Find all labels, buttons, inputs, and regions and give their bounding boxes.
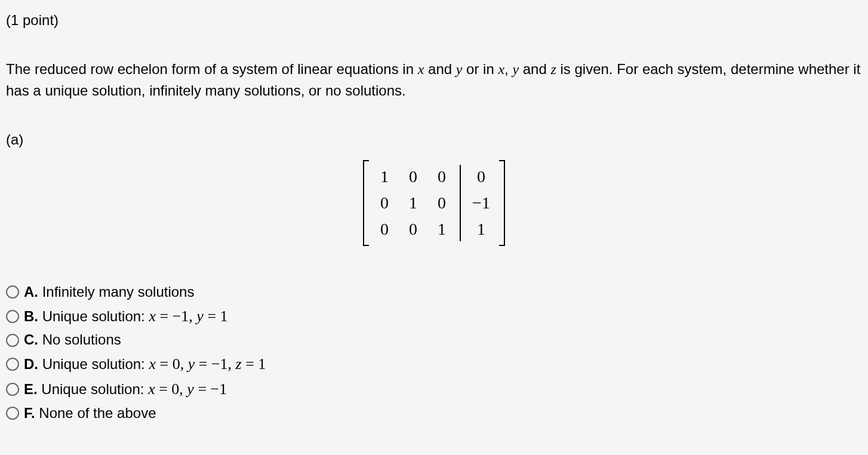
radio-d[interactable] bbox=[6, 358, 19, 371]
var-y: y bbox=[196, 308, 204, 325]
prompt-text: The reduced row echelon form of a system… bbox=[6, 61, 418, 77]
option-text: D. Unique solution: x = 0, y = −1, z = 1 bbox=[24, 353, 266, 376]
part-label: (a) bbox=[6, 131, 862, 148]
val: −1 bbox=[211, 355, 228, 373]
points-label: (1 point) bbox=[6, 12, 862, 29]
sep: , bbox=[228, 355, 236, 373]
matrix-cell: 1 bbox=[464, 216, 498, 242]
matrix-body: 1 0 0 0 1 0 0 0 1 0 −1 1 bbox=[368, 160, 500, 246]
option-text: F. None of the above bbox=[24, 403, 156, 424]
var-z: z bbox=[550, 62, 556, 77]
val: 1 bbox=[220, 308, 228, 325]
option-body: Infinitely many solutions bbox=[42, 284, 195, 300]
option-c: C. No solutions bbox=[6, 330, 862, 351]
matrix-cell: 0 bbox=[370, 216, 399, 242]
augment-separator bbox=[460, 165, 461, 241]
val: 0 bbox=[173, 355, 180, 373]
matrix-col: 0 −1 1 bbox=[464, 164, 498, 242]
matrix-cell: 0 bbox=[464, 164, 498, 190]
var-y: y bbox=[188, 355, 195, 373]
matrix-col: 0 1 0 bbox=[399, 164, 427, 242]
option-body: No solutions bbox=[42, 331, 121, 348]
bracket-left-icon bbox=[359, 160, 368, 246]
option-lead: Unique solution: bbox=[41, 381, 148, 397]
bracket-right-icon bbox=[500, 160, 509, 246]
var-x: x bbox=[418, 62, 424, 77]
matrix-cell: 0 bbox=[399, 216, 427, 242]
option-text: E. Unique solution: x = 0, y = −1 bbox=[24, 378, 227, 401]
var-x: x bbox=[149, 355, 156, 373]
prompt-text: and bbox=[424, 61, 455, 77]
radio-f[interactable] bbox=[6, 407, 19, 420]
matrix-cell: 0 bbox=[427, 190, 456, 216]
option-lead: Unique solution: bbox=[42, 308, 149, 324]
radio-e[interactable] bbox=[6, 383, 19, 396]
val: 1 bbox=[258, 355, 266, 373]
option-letter: D. bbox=[24, 356, 38, 372]
sep: , bbox=[189, 308, 196, 325]
prompt-text: and bbox=[519, 61, 550, 77]
val: 0 bbox=[171, 380, 179, 398]
radio-a[interactable] bbox=[6, 285, 19, 299]
var-y: y bbox=[512, 62, 519, 77]
option-letter: B. bbox=[24, 308, 38, 324]
radio-c[interactable] bbox=[6, 334, 19, 347]
option-body: None of the above bbox=[39, 405, 156, 421]
answer-options: A. Infinitely many solutions B. Unique s… bbox=[6, 282, 862, 423]
eq: = bbox=[242, 355, 258, 373]
prompt-text: , bbox=[504, 61, 512, 77]
option-lead: Unique solution: bbox=[42, 356, 149, 372]
var-y: y bbox=[187, 380, 194, 398]
matrix-cell: 1 bbox=[370, 164, 399, 190]
option-a: A. Infinitely many solutions bbox=[6, 282, 862, 303]
matrix-col: 1 0 0 bbox=[370, 164, 399, 242]
sep: , bbox=[179, 380, 187, 398]
radio-b[interactable] bbox=[6, 310, 19, 323]
matrix-display: 1 0 0 0 1 0 0 0 1 0 −1 1 bbox=[6, 160, 862, 246]
option-letter: E. bbox=[24, 381, 38, 397]
eq: = bbox=[156, 308, 173, 325]
question-container: (1 point) The reduced row echelon form o… bbox=[0, 0, 868, 432]
option-e: E. Unique solution: x = 0, y = −1 bbox=[6, 378, 862, 401]
eq: = bbox=[204, 308, 220, 325]
matrix-cell: 0 bbox=[427, 164, 456, 190]
option-f: F. None of the above bbox=[6, 403, 862, 424]
matrix-cell: 0 bbox=[399, 164, 427, 190]
question-prompt: The reduced row echelon form of a system… bbox=[6, 59, 862, 102]
option-b: B. Unique solution: x = −1, y = 1 bbox=[6, 305, 862, 328]
eq: = bbox=[194, 380, 211, 398]
matrix-col: 0 0 1 bbox=[427, 164, 456, 242]
option-text: C. No solutions bbox=[24, 330, 121, 351]
var-x: x bbox=[148, 380, 155, 398]
var-x: x bbox=[149, 308, 156, 325]
val: −1 bbox=[211, 380, 227, 398]
prompt-text: or in bbox=[462, 61, 498, 77]
var-x: x bbox=[498, 62, 504, 77]
matrix-cell: −1 bbox=[464, 190, 498, 216]
eq: = bbox=[156, 355, 173, 373]
val: −1 bbox=[173, 308, 189, 325]
option-text: A. Infinitely many solutions bbox=[24, 282, 194, 303]
eq: = bbox=[195, 355, 211, 373]
option-d: D. Unique solution: x = 0, y = −1, z = 1 bbox=[6, 353, 862, 376]
matrix-cell: 1 bbox=[399, 190, 427, 216]
option-text: B. Unique solution: x = −1, y = 1 bbox=[24, 305, 228, 328]
matrix-cell: 1 bbox=[427, 216, 456, 242]
option-letter: F. bbox=[24, 405, 35, 421]
matrix-cell: 0 bbox=[370, 190, 399, 216]
var-y: y bbox=[456, 62, 463, 77]
option-letter: C. bbox=[24, 331, 38, 348]
augmented-matrix: 1 0 0 0 1 0 0 0 1 0 −1 1 bbox=[359, 160, 509, 246]
eq: = bbox=[155, 380, 172, 398]
var-z: z bbox=[236, 355, 242, 373]
option-letter: A. bbox=[24, 284, 38, 300]
sep: , bbox=[180, 355, 188, 373]
